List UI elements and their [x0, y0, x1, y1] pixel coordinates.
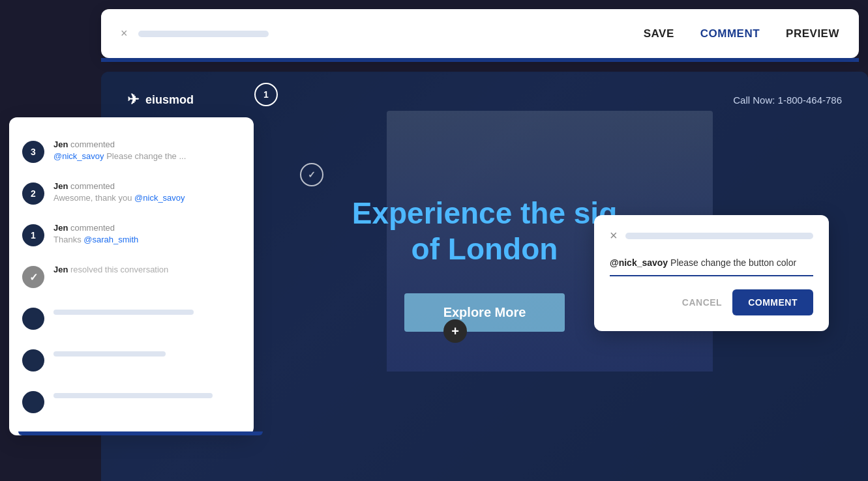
preview-button[interactable]: PREVIEW: [786, 27, 839, 40]
comment-badge-2: 2: [22, 182, 44, 205]
comment-item-resolved[interactable]: ✓ Jen resolved this conversation: [9, 255, 254, 297]
comment-author-3: Jen commented: [53, 139, 241, 149]
add-comment-marker[interactable]: +: [443, 319, 467, 343]
mention-nick-2: @nick_savoy: [134, 193, 185, 203]
comment-marker-1[interactable]: 1: [254, 83, 278, 106]
comment-text-sk3: [53, 390, 241, 398]
comment-item-3[interactable]: 3 Jen commented @nick_savoy Please chang…: [9, 130, 254, 172]
comment-skeleton-1: [9, 297, 254, 339]
hero-phone: Call Now: 1-800-464-786: [733, 95, 842, 106]
explore-more-button[interactable]: Explore More: [404, 293, 565, 332]
comment-skeleton-2: [9, 339, 254, 381]
comment-badge-sk3: [22, 391, 44, 413]
comment-author-2: Jen commented: [53, 181, 241, 191]
hero-title-line1: Experience the sig: [352, 196, 618, 230]
comment-text-2: Jen commented Awesome, thank you @nick_s…: [53, 181, 241, 203]
dialog-cancel-button[interactable]: CANCEL: [682, 297, 722, 308]
comment-item-1[interactable]: 1 Jen commented Thanks @sarah_smith: [9, 214, 254, 255]
skeleton-bar-3: [53, 393, 213, 398]
comment-body-3: @nick_savoy Please change the ...: [53, 151, 241, 161]
comment-author-resolved: Jen resolved this conversation: [53, 265, 241, 274]
toolbar: × SAVE COMMENT PREVIEW: [101, 9, 859, 58]
comment-author-1: Jen commented: [53, 223, 241, 233]
comment-badge-sk2: [22, 349, 44, 372]
dialog-mention: @nick_savoy: [610, 257, 668, 268]
dialog-input[interactable]: @nick_savoy Please change the button col…: [610, 256, 813, 276]
comment-badge-3: 3: [22, 141, 44, 163]
dialog-header: ×: [610, 228, 813, 243]
comment-badge-resolved: ✓: [22, 266, 44, 288]
skeleton-bar-2: [53, 351, 166, 357]
comment-item-2[interactable]: 2 Jen commented Awesome, thank you @nick…: [9, 172, 254, 214]
panel-bottom-accent: [18, 431, 263, 435]
comment-text-resolved: Jen resolved this conversation: [53, 265, 241, 274]
hero-nav: ✈ eiusmod Call Now: 1-800-464-786: [101, 78, 868, 121]
dialog-message: Please change the button color: [670, 257, 796, 268]
comment-button[interactable]: COMMENT: [700, 27, 760, 40]
logo-text: eiusmod: [145, 93, 194, 107]
save-button[interactable]: SAVE: [644, 27, 674, 40]
toolbar-accent-bar: [101, 58, 859, 62]
comment-badge-sk1: [22, 308, 44, 330]
comment-text-3: Jen commented @nick_savoy Please change …: [53, 139, 241, 161]
hero-title-highlight: London: [448, 232, 558, 266]
dialog-actions: CANCEL COMMENT: [610, 289, 813, 315]
comment-text-1: Jen commented Thanks @sarah_smith: [53, 223, 241, 244]
hero-title-of: of: [412, 232, 440, 266]
comment-skeleton-3: [9, 381, 254, 422]
mention-sarah: @sarah_smith: [83, 235, 138, 244]
comment-badge-1: 1: [22, 224, 44, 246]
toolbar-close-icon[interactable]: ×: [121, 27, 128, 40]
mention-nick: @nick_savoy: [53, 151, 104, 161]
dialog-comment-button[interactable]: COMMENT: [732, 289, 813, 315]
comment-body-1: Thanks @sarah_smith: [53, 235, 241, 244]
comment-text-sk1: [53, 306, 241, 315]
toolbar-actions: SAVE COMMENT PREVIEW: [644, 27, 839, 40]
comment-marker-check[interactable]: ✓: [300, 163, 323, 186]
comment-dialog: × @nick_savoy Please change the button c…: [594, 215, 829, 331]
logo-icon: ✈: [127, 91, 139, 108]
comment-body-2: Awesome, thank you @nick_savoy: [53, 193, 241, 203]
skeleton-bar-1: [53, 310, 194, 315]
toolbar-url-bar: [138, 31, 269, 37]
dialog-url-bar: [625, 233, 813, 239]
dialog-close-icon[interactable]: ×: [610, 228, 618, 243]
comments-panel: 3 Jen commented @nick_savoy Please chang…: [9, 117, 254, 435]
hero-logo: ✈ eiusmod: [127, 91, 194, 108]
comment-text-sk2: [53, 348, 241, 357]
